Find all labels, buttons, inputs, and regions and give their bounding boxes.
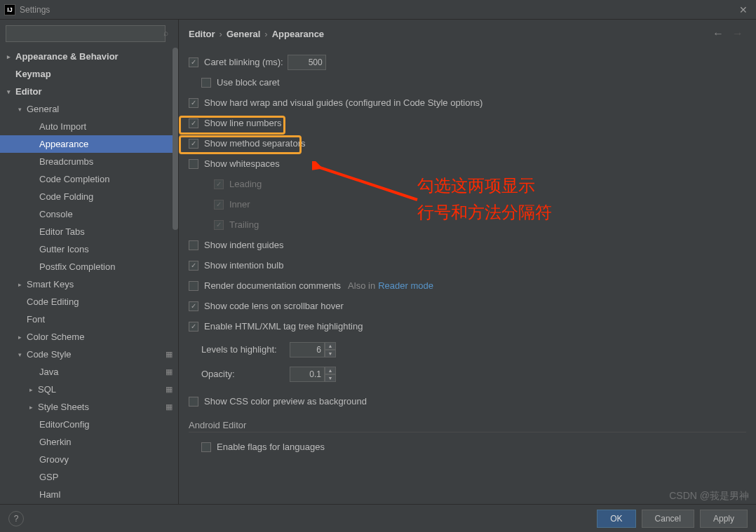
tree-appearance-behavior[interactable]: ▸Appearance & Behavior: [0, 48, 178, 65]
spinner-up-icon[interactable]: ▲: [325, 367, 336, 374]
gear-icon: ▦: [166, 350, 173, 359]
tree-gherkin[interactable]: Gherkin: [0, 433, 178, 451]
tree-haml[interactable]: Haml: [0, 486, 178, 503]
css-preview-checkbox[interactable]: [189, 397, 198, 407]
window-title: Settings: [20, 5, 50, 15]
highlight-box: [179, 135, 302, 154]
inner-checkbox: [214, 200, 224, 210]
ok-button[interactable]: OK: [597, 510, 635, 528]
settings-tree: ▸Appearance & Behavior Keymap ▾Editor ▾G…: [0, 48, 178, 504]
caret-blinking-input[interactable]: [288, 55, 326, 70]
tag-tree-label: Enable HTML/XML tag tree highlighting: [204, 321, 363, 332]
reader-mode-link[interactable]: Reader mode: [378, 280, 433, 291]
tree-auto-import[interactable]: Auto Import: [0, 118, 178, 135]
tree-postfix-completion[interactable]: Postfix Completion: [0, 258, 178, 275]
levels-label: Levels to highlight:: [201, 344, 285, 355]
tree-smart-keys[interactable]: ▸Smart Keys: [0, 275, 178, 293]
also-in-label: Also in: [348, 280, 375, 291]
settings-content: Caret blinking (ms): Use block caret Sho…: [179, 48, 756, 504]
caret-blinking-label: Caret blinking (ms):: [204, 57, 283, 67]
block-caret-checkbox[interactable]: [201, 78, 211, 88]
css-preview-label: Show CSS color preview as background: [204, 396, 367, 407]
indent-guides-label: Show indent guides: [204, 240, 283, 250]
trailing-checkbox: [214, 220, 224, 230]
spinner-down-icon[interactable]: ▼: [325, 374, 336, 382]
tree-code-style[interactable]: ▾Code Style▦: [0, 346, 178, 363]
code-lens-checkbox[interactable]: [189, 301, 198, 311]
leading-label: Leading: [229, 179, 262, 189]
help-button[interactable]: ?: [8, 511, 24, 526]
inner-label: Inner: [229, 199, 250, 210]
tree-code-folding[interactable]: Code Folding: [0, 188, 178, 205]
hard-wrap-checkbox[interactable]: [189, 98, 198, 108]
tree-code-editing[interactable]: Code Editing: [0, 293, 178, 311]
tree-keymap[interactable]: Keymap: [0, 65, 178, 83]
tree-gsp[interactable]: GSP: [0, 468, 178, 486]
tree-color-scheme[interactable]: ▸Color Scheme: [0, 328, 178, 346]
intention-bulb-label: Show intention bulb: [204, 260, 283, 271]
render-doc-checkbox[interactable]: [189, 281, 198, 291]
close-icon[interactable]: ✕: [735, 4, 752, 15]
back-icon[interactable]: ←: [713, 27, 724, 40]
highlight-box: [179, 116, 285, 135]
hard-wrap-label: Show hard wrap and visual guides (config…: [204, 97, 482, 108]
gear-icon: ▦: [166, 402, 173, 411]
app-icon: IJ: [4, 4, 15, 15]
gear-icon: ▦: [166, 367, 173, 376]
forward-icon[interactable]: →: [732, 27, 743, 40]
intention-bulb-checkbox[interactable]: [189, 261, 198, 271]
tree-font[interactable]: Font: [0, 311, 178, 328]
opacity-input[interactable]: [290, 367, 325, 382]
spinner-down-icon[interactable]: ▼: [325, 350, 336, 357]
footer: ? OK Cancel Apply: [0, 504, 756, 532]
caret-blinking-checkbox[interactable]: [189, 57, 198, 67]
tree-editorconfig[interactable]: EditorConfig: [0, 416, 178, 433]
tree-appearance[interactable]: Appearance: [0, 135, 178, 153]
enable-flags-label: Enable flags for languages: [217, 442, 325, 452]
scrollbar[interactable]: [173, 48, 178, 230]
tree-editor[interactable]: ▾Editor: [0, 83, 178, 100]
tag-tree-checkbox[interactable]: [189, 322, 198, 332]
leading-checkbox: [214, 179, 224, 189]
breadcrumb: Editor›General›Appearance: [189, 29, 324, 39]
levels-input[interactable]: [290, 342, 325, 357]
tree-editor-tabs[interactable]: Editor Tabs: [0, 223, 178, 240]
titlebar: IJ Settings ✕: [0, 0, 756, 20]
gear-icon: ▦: [166, 385, 173, 394]
code-lens-label: Show code lens on scrollbar hover: [204, 301, 344, 311]
search-input[interactable]: [6, 25, 166, 42]
tree-general[interactable]: ▾General: [0, 100, 178, 118]
block-caret-label: Use block caret: [217, 77, 280, 88]
tree-console[interactable]: Console: [0, 205, 178, 223]
apply-button[interactable]: Apply: [700, 510, 748, 528]
trailing-label: Trailing: [229, 219, 259, 230]
opacity-label: Opacity:: [201, 369, 285, 379]
tree-java[interactable]: Java▦: [0, 363, 178, 381]
render-doc-label: Render documentation comments: [204, 280, 341, 291]
tree-breadcrumbs[interactable]: Breadcrumbs: [0, 153, 178, 170]
tree-code-completion[interactable]: Code Completion: [0, 170, 178, 188]
tree-sql[interactable]: ▸SQL▦: [0, 381, 178, 398]
spinner-up-icon[interactable]: ▲: [325, 342, 336, 350]
whitespaces-checkbox[interactable]: [189, 159, 198, 169]
tree-gutter-icons[interactable]: Gutter Icons: [0, 240, 178, 258]
tree-groovy[interactable]: Groovy: [0, 451, 178, 468]
whitespaces-label: Show whitespaces: [204, 158, 280, 169]
search-icon: ⌕: [163, 28, 168, 38]
main-panel: Editor›General›Appearance ← → Caret blin…: [179, 20, 756, 504]
indent-guides-checkbox[interactable]: [189, 240, 198, 250]
enable-flags-checkbox[interactable]: [201, 442, 211, 452]
sidebar: ⌕ ▸Appearance & Behavior Keymap ▾Editor …: [0, 20, 179, 504]
cancel-button[interactable]: Cancel: [642, 510, 694, 528]
tree-style-sheets[interactable]: ▸Style Sheets▦: [0, 398, 178, 416]
android-editor-section: Android Editor: [189, 420, 746, 432]
